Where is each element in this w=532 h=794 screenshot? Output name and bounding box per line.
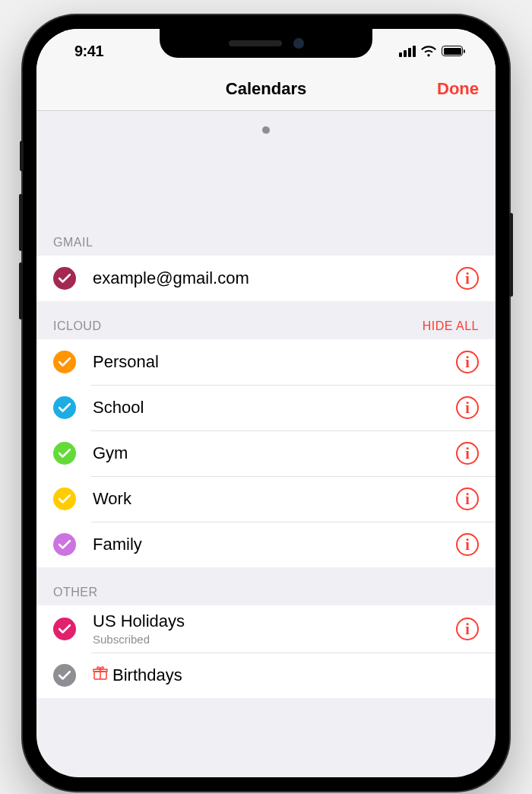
speaker bbox=[229, 40, 282, 46]
cellular-signal-icon bbox=[399, 46, 416, 57]
info-button[interactable]: i bbox=[456, 488, 479, 510]
calendar-row[interactable]: Schooli bbox=[36, 385, 496, 430]
notch bbox=[160, 29, 372, 58]
calendar-row[interactable]: Gymi bbox=[36, 430, 496, 476]
calendar-label-text: Work bbox=[93, 489, 131, 509]
list-icloud: PersonaliSchooliGymiWorkiFamilyi bbox=[36, 339, 496, 567]
row-content: Gym bbox=[93, 443, 456, 463]
row-content: School bbox=[93, 398, 456, 418]
calendar-label: Work bbox=[93, 489, 456, 509]
calendar-check-icon[interactable] bbox=[53, 488, 76, 510]
calendar-sublabel: Subscribed bbox=[93, 633, 456, 646]
calendar-label: Birthdays bbox=[93, 665, 479, 685]
screen: 9:41 Calendars Done GMAILexample@gmai bbox=[36, 29, 496, 777]
nav-bar: Calendars Done bbox=[36, 67, 496, 111]
list-gmail: example@gmail.comi bbox=[36, 256, 496, 301]
info-button[interactable]: i bbox=[456, 396, 479, 419]
calendar-label-text: Family bbox=[93, 535, 142, 554]
gift-icon bbox=[93, 665, 108, 685]
power-button bbox=[509, 213, 513, 297]
section-header-other: OTHER bbox=[36, 567, 496, 605]
calendar-label: Family bbox=[93, 535, 456, 554]
wifi-icon bbox=[421, 46, 436, 57]
info-button[interactable]: i bbox=[456, 442, 479, 465]
phone-frame: 9:41 Calendars Done GMAILexample@gmai bbox=[23, 15, 509, 791]
calendar-row[interactable]: Familyi bbox=[36, 522, 496, 567]
list-other: US HolidaysSubscribediBirthdays bbox=[36, 605, 496, 698]
front-camera bbox=[293, 38, 304, 49]
volume-down-button bbox=[19, 262, 23, 319]
section-action-icloud[interactable]: HIDE ALL bbox=[423, 319, 479, 333]
calendar-label-text: example@gmail.com bbox=[93, 268, 249, 288]
volume-up-button bbox=[19, 194, 23, 251]
info-button[interactable]: i bbox=[456, 618, 479, 640]
section-header-label: OTHER bbox=[53, 586, 98, 599]
calendar-label-text: Birthdays bbox=[112, 665, 182, 685]
calendar-label-text: Gym bbox=[93, 443, 128, 463]
done-button[interactable]: Done bbox=[437, 79, 479, 99]
calendar-label-text: US Holidays bbox=[93, 611, 185, 631]
row-content: example@gmail.com bbox=[93, 268, 456, 288]
calendar-check-icon[interactable] bbox=[53, 618, 76, 640]
calendar-row[interactable]: Personali bbox=[36, 339, 496, 385]
calendar-label-text: School bbox=[93, 398, 144, 418]
calendar-label: Gym bbox=[93, 443, 456, 463]
section-header-icloud: ICLOUDHIDE ALL bbox=[36, 301, 496, 339]
info-button[interactable]: i bbox=[456, 533, 479, 556]
refresh-area[interactable] bbox=[36, 111, 496, 218]
calendar-row[interactable]: example@gmail.comi bbox=[36, 256, 496, 301]
calendar-check-icon[interactable] bbox=[53, 664, 76, 687]
page-title: Calendars bbox=[226, 79, 306, 99]
loading-spinner-icon bbox=[253, 126, 279, 152]
calendar-label: Personal bbox=[93, 352, 456, 372]
calendar-label: US Holidays bbox=[93, 611, 456, 631]
row-content: Family bbox=[93, 535, 456, 554]
status-icons bbox=[399, 46, 465, 57]
section-header-label: GMAIL bbox=[53, 236, 93, 249]
section-header-gmail: GMAIL bbox=[36, 218, 496, 256]
calendar-row[interactable]: US HolidaysSubscribedi bbox=[36, 605, 496, 653]
calendar-check-icon[interactable] bbox=[53, 267, 76, 290]
battery-icon bbox=[442, 46, 465, 56]
calendar-row[interactable]: Worki bbox=[36, 476, 496, 522]
section-header-label: ICLOUD bbox=[53, 319, 101, 333]
calendar-check-icon[interactable] bbox=[53, 533, 76, 556]
info-button[interactable]: i bbox=[456, 351, 479, 373]
calendar-check-icon[interactable] bbox=[53, 442, 76, 465]
row-content: US HolidaysSubscribed bbox=[93, 611, 456, 646]
row-content: Personal bbox=[93, 352, 456, 372]
row-content: Work bbox=[93, 489, 456, 509]
status-time: 9:41 bbox=[74, 43, 103, 60]
calendar-label: example@gmail.com bbox=[93, 268, 456, 288]
row-content: Birthdays bbox=[93, 665, 479, 685]
calendar-label: School bbox=[93, 398, 456, 418]
calendar-check-icon[interactable] bbox=[53, 396, 76, 419]
info-button[interactable]: i bbox=[456, 267, 479, 290]
calendar-label-text: Personal bbox=[93, 352, 159, 372]
silence-switch bbox=[20, 141, 24, 171]
calendar-row[interactable]: Birthdays bbox=[36, 653, 496, 698]
calendar-check-icon[interactable] bbox=[53, 351, 76, 373]
